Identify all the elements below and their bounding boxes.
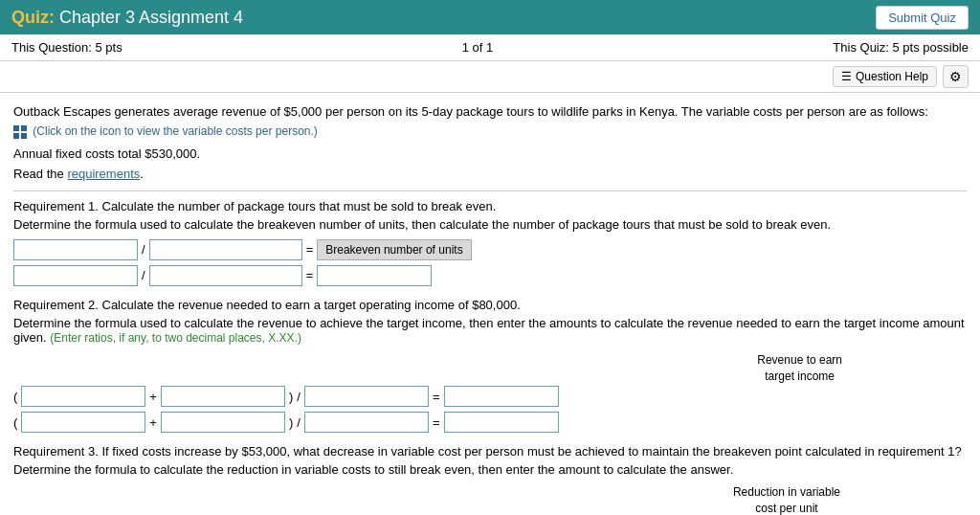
req1-row2: / = <box>13 265 967 286</box>
req3-heading: Requirement 3. If fixed costs increase b… <box>13 444 967 459</box>
req2-row2: ( + ) / = <box>13 412 967 433</box>
question-points: This Question: 5 pts <box>11 40 122 55</box>
quiz-label: Quiz: <box>11 8 55 27</box>
intro-text: Outback Escapes generates average revenu… <box>13 104 967 119</box>
req1-numerator-input[interactable] <box>13 239 138 260</box>
read-requirements: Read the requirements. <box>13 167 967 181</box>
req2-heading: Requirement 2. Calculate the revenue nee… <box>13 298 967 312</box>
req3-desc: Determine the formula to calculate the r… <box>13 462 967 477</box>
svg-rect-0 <box>13 125 19 131</box>
req1-desc: Determine the formula used to calculate … <box>13 217 967 232</box>
req1-result-input[interactable] <box>317 265 432 286</box>
gear-icon: ⚙ <box>949 69 962 84</box>
grid-icon <box>13 125 27 139</box>
req2-a2-input[interactable] <box>21 412 145 433</box>
revenue-label-area: Revenue to earn target income <box>13 352 967 385</box>
submit-quiz-button[interactable]: Submit Quiz <box>876 6 969 30</box>
svg-rect-2 <box>13 133 19 139</box>
requirement-3-section: Requirement 3. If fixed costs increase b… <box>13 444 967 515</box>
requirement-2-section: Requirement 2. Calculate the revenue nee… <box>13 298 967 434</box>
requirements-link[interactable]: requirements <box>67 167 140 181</box>
req1-formula: / = Breakeven number of units / = <box>13 239 967 286</box>
req1-denominator-input[interactable] <box>149 239 302 260</box>
gear-button[interactable]: ⚙ <box>943 65 969 88</box>
req1-heading: Requirement 1. Calculate the number of p… <box>13 199 967 213</box>
req2-result2-input[interactable] <box>444 412 559 433</box>
req1-row1: / = Breakeven number of units <box>13 239 967 260</box>
reduction-label-area: Reduction in variable cost per unit <box>13 484 967 515</box>
req2-formula: ( + ) / = ( + ) / = <box>13 386 967 433</box>
req2-desc: Determine the formula used to calculate … <box>13 316 967 345</box>
req2-c2-input[interactable] <box>304 412 429 433</box>
requirement-1-section: Requirement 1. Calculate the number of p… <box>13 199 967 286</box>
svg-rect-3 <box>21 133 27 139</box>
revenue-label: Revenue to earn target income <box>757 352 842 385</box>
breakeven-label: Breakeven number of units <box>317 239 471 260</box>
req1-numerator-value-input[interactable] <box>13 265 138 286</box>
req2-row1: ( + ) / = <box>13 386 967 407</box>
req2-green-note: (Enter ratios, if any, to two decimal pl… <box>50 331 301 345</box>
sub-header: This Question: 5 pts 1 of 1 This Quiz: 5… <box>0 34 980 61</box>
question-help-button[interactable]: ☰ Question Help <box>833 66 937 87</box>
page-indicator: 1 of 1 <box>462 40 494 55</box>
list-icon: ☰ <box>841 70 852 83</box>
quiz-header: Quiz: Chapter 3 Assignment 4 Submit Quiz <box>0 0 980 34</box>
req2-a1-input[interactable] <box>21 386 145 407</box>
main-content: Outback Escapes generates average revenu… <box>0 93 980 515</box>
svg-rect-1 <box>21 125 27 131</box>
toolbar: ☰ Question Help ⚙ <box>0 61 980 93</box>
chapter-title: Chapter 3 Assignment 4 <box>59 8 243 27</box>
reduction-label: Reduction in variable cost per unit <box>733 484 840 515</box>
req2-c1-input[interactable] <box>304 386 429 407</box>
variable-costs-link[interactable]: (Click on the icon to view the variable … <box>13 124 967 139</box>
quiz-title: Quiz: Chapter 3 Assignment 4 <box>11 8 243 28</box>
req2-b2-input[interactable] <box>161 412 285 433</box>
req2-b1-input[interactable] <box>161 386 285 407</box>
req2-result1-input[interactable] <box>444 386 559 407</box>
quiz-points: This Quiz: 5 pts possible <box>833 40 969 55</box>
fixed-costs-text: Annual fixed costs total $530,000. <box>13 146 967 161</box>
req1-denominator-value-input[interactable] <box>149 265 302 286</box>
